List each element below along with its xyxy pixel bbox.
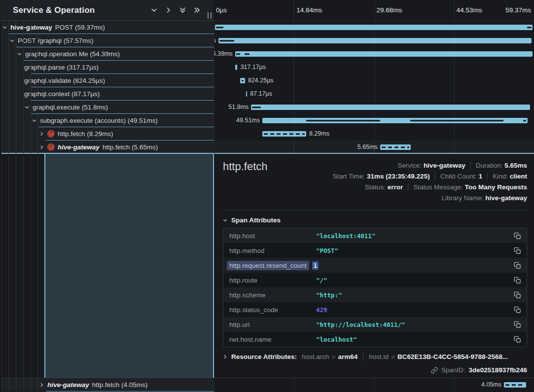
expander[interactable] [32, 118, 37, 123]
span-row[interactable]: POST /graphql (57.57ms)57.57ms [0, 34, 534, 47]
bar-duration-label: 4.05ms [481, 378, 501, 392]
expander[interactable] [9, 38, 15, 43]
collapse-all-icon[interactable] [179, 6, 186, 14]
span-attributes-toggle[interactable]: Span Attributes [222, 216, 281, 224]
child-span-marker [523, 120, 526, 122]
span-bar-cell[interactable]: 87.17µs [214, 87, 534, 101]
bar-duration-label: 87.17µs [250, 87, 272, 101]
span-bar-cell[interactable]: 8.29ms [214, 127, 534, 141]
span-row[interactable]: graphql.validate (824.25µs)824.25µs [0, 74, 534, 87]
span-bar-cell[interactable]: 317.17µs [214, 61, 534, 74]
expander[interactable] [39, 131, 44, 137]
copy-value-button[interactable] [514, 232, 521, 240]
span-duration-bar[interactable] [215, 25, 533, 30]
chevron-right-icon [39, 131, 44, 137]
child-span-marker [245, 53, 249, 55]
chevron-down-icon [9, 38, 15, 43]
expand-one-icon[interactable] [165, 6, 172, 14]
span-row[interactable]: hive-gatewayPOST (59.37ms) [0, 21, 534, 34]
link-icon[interactable] [431, 367, 438, 374]
span-duration-bar[interactable] [251, 105, 530, 110]
timeline-axis: 0µs14.84ms29.68ms44.53ms59.37ms [214, 0, 534, 21]
service-name: hive-gateway [47, 381, 89, 389]
meta-value: Too Many Requests [464, 183, 527, 191]
span-row[interactable]: graphql.context (87.17µs)87.17µs [0, 87, 534, 101]
expander[interactable] [24, 105, 30, 110]
span-duration-bar[interactable] [235, 65, 238, 70]
span-row[interactable]: hive-gatewayhttp.fetch (4.05ms)4.05ms [0, 378, 534, 392]
meta-label: Status: [365, 183, 388, 191]
expander[interactable] [2, 25, 7, 30]
span-row[interactable]: !http.fetch (8.29ms)8.29ms [0, 127, 534, 141]
span-name-cell[interactable]: POST /graphql (57.57ms) [0, 34, 214, 47]
collapse-one-icon[interactable] [150, 6, 158, 14]
span-name-cell[interactable]: hive-gatewayhttp.fetch (4.05ms) [0, 378, 214, 392]
span-name-cell[interactable]: !hive-gatewayhttp.fetch (5.65ms) [0, 141, 214, 154]
span-name-cell[interactable]: !http.fetch (8.29ms) [0, 127, 214, 141]
child-span-marker [219, 40, 234, 42]
service-name: hive-gateway [58, 143, 100, 151]
panel-resize-handle[interactable] [208, 12, 212, 19]
expander[interactable] [39, 144, 44, 150]
span-name-cell[interactable]: graphql.context (87.17µs) [0, 87, 214, 101]
span-duration-bar[interactable] [504, 382, 526, 388]
span-bar-cell[interactable]: 57.57ms [214, 34, 534, 47]
span-duration-bar[interactable] [262, 118, 528, 123]
chevron-right-icon[interactable] [222, 354, 228, 359]
span-duration-bar[interactable] [246, 91, 247, 97]
span-bar-cell[interactable]: 824.25µs [214, 74, 534, 87]
span-row[interactable]: graphql.operation Me (54.39ms)54.39ms [0, 47, 534, 61]
span-attributes-table: http.host"localhost:4011"http.method"POS… [223, 228, 527, 347]
attribute-key: net.host.name [229, 336, 316, 343]
service-operation-header: Service & Operation [0, 0, 214, 21]
tree-collapse-controls [150, 6, 201, 14]
attribute-row: http.url"http://localhost:4011/" [223, 317, 527, 332]
span-duration-bar[interactable] [380, 144, 411, 150]
child-span-marker [216, 27, 223, 29]
expander[interactable] [39, 382, 44, 388]
span-bar-cell[interactable] [214, 21, 534, 34]
span-name-cell[interactable]: graphql.execute (51.8ms) [0, 101, 214, 114]
attribute-value: "POST" [316, 247, 338, 254]
copy-value-button[interactable] [514, 291, 521, 299]
copy-value-button[interactable] [514, 262, 521, 269]
operation-name: POST (59.37ms) [55, 24, 105, 31]
span-name-cell[interactable]: graphql.parse (317.17µs) [0, 61, 214, 74]
meta-label: Kind: [493, 173, 510, 180]
span-duration-bar[interactable] [218, 38, 532, 43]
copy-value-button[interactable] [514, 336, 521, 343]
detail-span-title: http.fetch [223, 160, 268, 173]
span-bar-cell[interactable]: 54.39ms [214, 47, 534, 61]
span-duration-bar[interactable] [240, 78, 245, 83]
expander[interactable] [17, 51, 22, 57]
span-row[interactable]: graphql.execute (51.8ms)51.8ms [0, 101, 534, 114]
resource-attributes-title[interactable]: Resource Attributes: [231, 353, 297, 360]
meta-value: error [388, 183, 403, 191]
span-duration-bar[interactable] [235, 51, 533, 57]
span-duration-bar[interactable] [262, 131, 306, 137]
copy-value-button[interactable] [514, 321, 521, 328]
resource-value: arm64 [338, 353, 357, 360]
span-row[interactable]: graphql.parse (317.17µs)317.17µs [0, 61, 534, 74]
expand-all-icon[interactable] [193, 6, 201, 14]
chevron-down-icon [32, 118, 37, 123]
attribute-row: net.host.name"localhost" [223, 332, 527, 347]
span-row[interactable]: !hive-gatewayhttp.fetch (5.65ms)5.65ms [0, 141, 534, 154]
span-bar-cell[interactable]: 4.05ms [214, 378, 534, 392]
attribute-value: "localhost" [316, 336, 357, 343]
copy-value-button[interactable] [514, 277, 521, 284]
row-underline [46, 391, 214, 392]
copy-value-button[interactable] [514, 306, 521, 314]
span-row[interactable]: subgraph.execute (accounts) (49.51ms)49.… [0, 114, 534, 127]
span-name-cell[interactable]: graphql.operation Me (54.39ms) [0, 47, 214, 61]
span-name-cell[interactable]: hive-gatewayPOST (59.37ms) [0, 21, 214, 34]
span-bar-cell[interactable]: 5.65ms [214, 141, 534, 154]
copy-icon [514, 336, 521, 343]
span-id-value: 3de02518937fb246 [468, 366, 527, 374]
span-name-cell[interactable]: graphql.validate (824.25µs) [0, 74, 214, 87]
span-name-cell[interactable]: subgraph.execute (accounts) (49.51ms) [0, 114, 214, 127]
copy-value-button[interactable] [514, 247, 521, 254]
span-bar-cell[interactable]: 49.51ms [214, 114, 534, 127]
axis-tick: 0µs [216, 0, 227, 20]
span-bar-cell[interactable]: 51.8ms [214, 101, 534, 114]
